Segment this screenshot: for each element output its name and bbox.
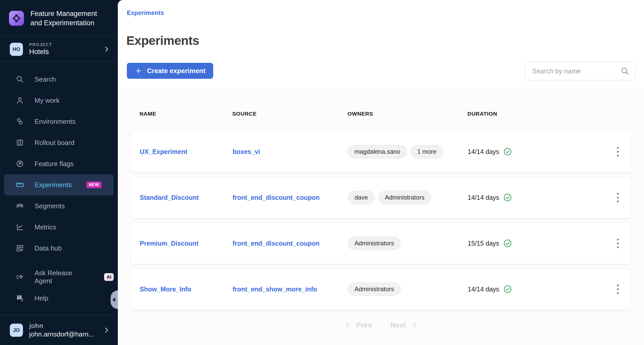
project-label: PROJECT [29, 42, 97, 47]
chevron-left-icon [344, 322, 351, 329]
project-name: Hotels [29, 48, 97, 56]
sidebar-item-label: Environments [35, 118, 76, 126]
check-circle-icon [503, 239, 512, 248]
new-badge: NEW [86, 182, 102, 188]
row-menu-button[interactable] [612, 280, 624, 298]
grid-icon [15, 244, 24, 252]
experiments-table-panel: NAME SOURCE OWNERS DURATION UX_Experimen… [118, 89, 644, 345]
sidebar-item-label: Metrics [35, 223, 56, 231]
sidebar-item-label: Experiments [35, 181, 72, 189]
row-menu-button[interactable] [612, 234, 624, 252]
sidebar-item-label: Rollout board [35, 139, 75, 147]
column-header-name: NAME [139, 111, 232, 117]
sparkle-icon [15, 273, 24, 281]
page-title: Experiments [126, 33, 199, 48]
experiment-source-link[interactable]: boxes_vi [233, 148, 260, 156]
user-icon [15, 96, 24, 105]
experiment-name-link[interactable]: UX_Experiment [140, 148, 187, 156]
experiment-source-link[interactable]: front_end_show_more_info [233, 286, 317, 293]
sidebar-nav: Search My work Environments [0, 62, 118, 309]
owner-chip: Administrators [348, 237, 401, 250]
sidebar-item-environments[interactable]: Environments [4, 111, 114, 132]
user-name: john [29, 322, 97, 330]
main-content: Experiments Experiments Create experimen… [118, 0, 644, 345]
table-row: Show_More_Info front_end_show_more_info … [130, 268, 632, 310]
check-circle-icon [503, 193, 512, 202]
ai-badge: AI [104, 273, 114, 281]
sidebar-item-search[interactable]: Search [4, 69, 114, 90]
chevron-right-icon [103, 46, 110, 53]
owner-overflow-chip: 1 more [410, 145, 443, 158]
create-experiment-button[interactable]: Create experiment [127, 63, 213, 79]
flag-circle-icon [15, 160, 24, 168]
duration-text: 15/15 days [468, 240, 499, 247]
sidebar-item-label: Help [35, 294, 48, 302]
experiment-name-link[interactable]: Premium_Discount [140, 240, 199, 247]
search-input[interactable] [532, 67, 620, 75]
prev-page-button[interactable]: Prev [344, 321, 372, 329]
sidebar-item-help[interactable]: ? Help [4, 288, 114, 309]
column-header-owners: OWNERS [348, 111, 467, 117]
experiment-name-link[interactable]: Show_More_Info [140, 286, 191, 293]
experiment-source-link[interactable]: front_end_discount_coupon [233, 240, 320, 247]
search-icon [620, 66, 630, 76]
next-page-button[interactable]: Next [390, 321, 418, 329]
search-box [525, 62, 635, 80]
plus-icon [135, 67, 142, 75]
sidebar-item-label: Data hub [35, 244, 62, 252]
search-icon [15, 75, 24, 83]
sidebar-item-segments[interactable]: Segments [4, 195, 114, 217]
help-bubble-icon: ? [15, 294, 24, 302]
table-header-row: NAME SOURCE OWNERS DURATION [130, 109, 632, 119]
chevron-left-icon [112, 297, 115, 302]
table-row: Standard_Discount front_end_discount_cou… [130, 177, 632, 218]
experiment-name-link[interactable]: Standard_Discount [140, 194, 199, 201]
ruler-icon [15, 180, 24, 189]
owner-chip: Administrators [378, 191, 431, 204]
sidebar-item-data-hub[interactable]: Data hub [4, 238, 114, 259]
sidebar-item-label: Feature flags [35, 160, 74, 168]
table-row: UX_Experiment boxes_vi magdalena.sano 1 … [130, 131, 632, 173]
experiment-source-link[interactable]: front_end_discount_coupon [233, 194, 320, 201]
user-email: john.arnsdorf@harn... [29, 330, 97, 338]
sidebar-item-label: My work [35, 97, 60, 105]
chevron-right-icon [103, 326, 110, 334]
sidebar-item-metrics[interactable]: Metrics [4, 217, 114, 238]
duration-text: 14/14 days [468, 194, 499, 201]
chart-icon [15, 223, 24, 231]
user-menu[interactable]: JO john john.arnsdorf@harn... [0, 315, 118, 345]
table-row: Premium_Discount front_end_discount_coup… [130, 222, 632, 264]
sidebar-item-ask-release-agent[interactable]: Ask Release Agent AI [4, 266, 114, 288]
owner-chip: dave [348, 191, 375, 204]
experiments-list: UX_Experiment boxes_vi magdalena.sano 1 … [130, 131, 632, 310]
people-icon [15, 202, 24, 210]
sidebar: Feature Management and Experimentation H… [0, 0, 118, 345]
check-circle-icon [503, 285, 512, 294]
sidebar-item-label: Ask Release Agent [35, 269, 88, 285]
app-title: Feature Management and Experimentation [30, 9, 97, 28]
sidebar-item-experiments[interactable]: Experiments NEW [4, 174, 114, 195]
column-header-source: SOURCE [232, 111, 348, 117]
sidebar-item-label: Segments [35, 202, 65, 210]
app-logo-icon [9, 11, 24, 26]
sidebar-item-rollout-board[interactable]: Rollout board [4, 132, 114, 153]
sidebar-item-label: Search [35, 75, 56, 83]
user-avatar: JO [10, 324, 23, 337]
pagination: Prev Next [118, 321, 644, 329]
sidebar-item-my-work[interactable]: My work [4, 90, 114, 111]
hexagons-icon [15, 117, 24, 126]
owner-chip: Administrators [348, 282, 401, 296]
sidebar-item-feature-flags[interactable]: Feature flags [4, 153, 114, 174]
check-circle-icon [503, 147, 512, 156]
board-icon [15, 139, 24, 147]
column-header-duration: DURATION [467, 111, 609, 117]
row-menu-button[interactable] [612, 188, 624, 206]
project-selector[interactable]: HO PROJECT Hotels [0, 37, 118, 62]
duration-text: 14/14 days [468, 286, 499, 293]
svg-text:?: ? [18, 295, 20, 299]
owner-chip: magdalena.sano [348, 145, 407, 158]
chevron-right-icon [411, 322, 418, 329]
breadcrumb[interactable]: Experiments [127, 9, 164, 16]
duration-text: 14/14 days [468, 148, 499, 156]
row-menu-button[interactable] [612, 143, 624, 161]
